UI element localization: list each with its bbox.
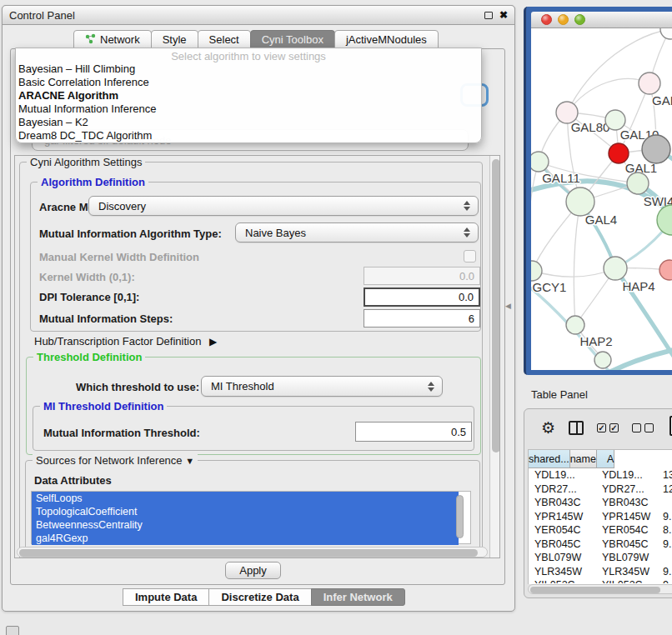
tab[interactable]: Select [198,30,251,49]
settings-horizontal-scrollbar[interactable] [17,547,488,558]
network-edge[interactable] [567,78,649,112]
tab[interactable]: jActiveMNodules [334,30,439,49]
algorithm-dropdown-item[interactable]: Basic Correlation Inference [18,76,479,89]
deselect-all-columns-icon[interactable] [632,423,654,432]
network-node-hap4[interactable] [604,257,627,280]
table-column-header[interactable]: A [597,450,614,468]
bottom-tab[interactable]: Impute Data [123,588,209,606]
algorithm-dropdown-item[interactable]: Dream8 DC_TDC Algorithm [18,129,479,142]
table-row[interactable]: YPR145W YPR145W 9. [529,510,672,524]
tab-label: jActiveMNodules [346,33,427,46]
table-header-row: shared... name A [529,450,672,468]
table-row[interactable]: YBL079W YBL079W [529,551,672,565]
network-edge[interactable] [531,162,539,271]
table-row[interactable]: YER054C YER054C 8. [529,523,672,538]
table-row[interactable]: YLR345W YLR345W 9. [529,565,672,579]
network-canvas[interactable]: GALGAL80GAL10GAL1GAL11SWI4GAL4GCY1HAP4YH… [531,28,672,370]
panel-collapse-arrow-icon[interactable]: ◀ [505,302,511,310]
select-all-columns-icon[interactable]: ✓✓ [597,423,619,432]
screen: Control Panel ✖ Network Style [0,0,672,635]
manual-kernel-width-checkbox[interactable] [464,250,476,262]
table-row[interactable]: YBR045C YBR045C 9. [529,538,672,552]
minimize-traffic-light-icon[interactable] [558,14,569,25]
table-row[interactable]: YIL052C YIL052C 9 [529,578,672,583]
algorithm-dropdown-item[interactable]: ARACNE Algorithm [18,89,479,102]
cell-name: YLR345W [596,566,659,578]
settings-vertical-scrollbar[interactable] [489,156,500,558]
float-window-icon[interactable] [484,12,493,19]
network-node-gal11[interactable] [531,152,549,172]
settings-gear-icon[interactable]: ⚙ [541,420,555,436]
close-icon[interactable]: ✖ [499,11,508,19]
which-threshold-combobox[interactable]: MI Threshold [201,376,443,397]
cell-shared-name: YPR145W [529,511,596,522]
cell-value: 8. [659,524,672,536]
cell-value: 9. [659,566,672,578]
sources-group-title[interactable]: Sources for Network Inference ▼ [33,454,198,467]
hub-definition-label: Hub/Transcription Factor Definition [34,335,201,348]
data-attributes-list[interactable]: SelfLoops TopologicalCoefficient Between… [31,491,471,544]
algorithm-dropdown-list: Bayesian – Hill Climbing Basic Correlati… [18,62,479,142]
tab[interactable]: Style [151,30,198,49]
algorithm-dropdown-item[interactable]: Mutual Information Inference [18,102,479,116]
close-traffic-light-icon[interactable] [541,14,552,25]
dpi-tolerance-field[interactable]: 0.0 [364,288,480,307]
mi-algorithm-type-combobox[interactable]: Naive Bayes [235,222,479,242]
network-node[interactable] [657,205,672,235]
algorithm-dropdown-item[interactable]: Bayesian – K2 [18,116,479,129]
algorithm-dropdown-item[interactable]: Bayesian – Hill Climbing [18,62,479,76]
network-edge[interactable] [574,202,580,325]
network-node-label: HAP2 [579,334,612,348]
bottom-tab-label: Infer Network [323,591,393,603]
zoom-traffic-light-icon[interactable] [574,14,585,25]
cell-shared-name: YBR043C [529,497,596,508]
bottom-tab[interactable]: Discretize Data [208,588,311,606]
network-node-y[interactable] [659,260,672,280]
network-node-gal[interactable] [639,72,660,94]
kernel-width-field[interactable]: 0.0 [364,267,480,285]
threshold-definition-group: Threshold Definition Which threshold to … [26,357,481,455]
which-threshold-value: MI Threshold [211,380,274,392]
show-columns-icon[interactable] [569,421,584,435]
data-attribute-item[interactable]: BetweennessCentrality [32,518,459,532]
table-column-header[interactable]: name [570,450,597,468]
network-node-swi4[interactable] [627,172,649,194]
network-node-hap2[interactable] [566,316,584,334]
network-node[interactable] [660,28,672,39]
table-row[interactable]: YBR043C YBR043C [529,496,672,510]
tab[interactable]: Network [73,30,152,49]
network-node[interactable] [594,352,611,368]
collapse-down-icon: ▼ [185,456,194,466]
cell-name: YBR045C [596,538,659,550]
network-window-titlebar[interactable] [531,12,672,28]
bottom-corner-icon[interactable] [6,626,19,635]
network-node-label: GCY1 [533,280,567,294]
mi-steps-value: 6 [469,312,474,325]
table-column-header[interactable]: shared... [529,450,570,468]
bottom-tab[interactable]: Infer Network [311,588,405,606]
attributes-vertical-scrollbar[interactable] [456,495,464,538]
data-attribute-item[interactable]: SelfLoops [32,492,459,505]
table-row[interactable]: YDR27... YDR27... 12 [529,482,672,497]
hub-definition-expander[interactable]: Hub/Transcription Factor Definition ▶ [34,335,217,348]
cell-value: 9. [659,511,672,522]
network-node-label: GAL11 [542,171,580,185]
mi-steps-label: Mutual Information Steps: [39,312,173,325]
mi-threshold-field[interactable]: 0.5 [355,422,472,442]
apply-button[interactable]: Apply [225,562,281,579]
tab[interactable]: Cyni Toolbox [250,30,335,49]
data-attribute-item[interactable]: gal4RGexp [32,532,459,545]
mi-steps-field[interactable]: 6 [364,309,480,328]
data-attribute-item[interactable]: TopologicalCoefficient [32,505,459,518]
cell-name: YPR145W [596,511,659,522]
network-node-gcy1[interactable] [531,261,542,281]
table-panel-toolbar: ⚙ ✓✓ [524,409,672,446]
control-panel-titlebar[interactable]: Control Panel ✖ [2,5,515,25]
cell-name: YBL079W [596,552,659,563]
table-row[interactable]: YDL19... YDL19... 13 [529,468,672,482]
network-node[interactable] [642,135,670,163]
tab-label: Network [100,33,140,46]
aracne-mode-combobox[interactable]: Discovery [88,196,479,216]
network-node-gal4[interactable] [566,188,594,216]
table-horizontal-scrollbar[interactable] [528,584,672,594]
